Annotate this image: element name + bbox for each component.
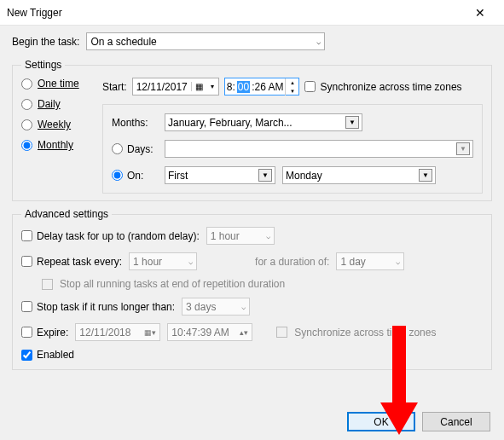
months-value: January, February, March... bbox=[168, 117, 293, 129]
expire-date-field: 12/11/2018▦▾ bbox=[75, 323, 160, 341]
begin-task-value: On a schedule bbox=[90, 36, 156, 48]
start-time-field[interactable]: 8:00:26 AM ▲▼ bbox=[224, 78, 300, 96]
repeat-combo: 1 hour⌵ bbox=[129, 252, 197, 270]
days-dropdown: ▼ bbox=[165, 140, 473, 158]
on-week-value: First bbox=[168, 170, 188, 182]
stop-long-combo: 3 days⌵ bbox=[182, 298, 250, 316]
stop-rep-label: Stop all running tasks at end of repetit… bbox=[60, 278, 285, 290]
start-label: Start: bbox=[102, 81, 127, 93]
schedule-radios: One time Daily Weekly Monthly bbox=[21, 78, 102, 194]
title-bar: New Trigger ✕ bbox=[0, 0, 504, 26]
chevron-down-icon: ▼ bbox=[456, 142, 470, 155]
expire-sync-checkbox bbox=[276, 327, 287, 338]
calendar-icon: ▦▾ bbox=[144, 328, 156, 337]
radio-monthly[interactable]: Monthly bbox=[21, 139, 102, 151]
expire-checkbox[interactable]: Expire: bbox=[21, 327, 68, 339]
chevron-down-icon: ▼ bbox=[345, 116, 359, 129]
ok-button[interactable]: OK bbox=[347, 412, 415, 431]
chevron-down-icon: ⌵ bbox=[266, 232, 270, 240]
start-row: Start: 12/11/2017 ▦ ▾ 8:00:26 AM ▲▼ Sync… bbox=[102, 78, 483, 96]
expire-time-field: 10:47:39 AM▴▾ bbox=[167, 323, 252, 341]
begin-task-combo[interactable]: On a schedule ⌵ bbox=[86, 32, 325, 50]
begin-task-row: Begin the task: On a schedule ⌵ bbox=[12, 32, 492, 50]
radio-weekly[interactable]: Weekly bbox=[21, 119, 102, 130]
chevron-down-icon: ▼ bbox=[258, 169, 272, 182]
start-date-field[interactable]: 12/11/2017 ▦ ▾ bbox=[132, 78, 219, 96]
on-day-value: Monday bbox=[286, 170, 322, 182]
advanced-legend: Advanced settings bbox=[21, 208, 112, 220]
monthly-box: Months: January, February, March... ▼ Da… bbox=[102, 104, 483, 194]
settings-legend: Settings bbox=[21, 59, 65, 71]
settings-fieldset: Settings One time Daily Weekly Monthly S… bbox=[12, 59, 492, 201]
sync-checkbox[interactable]: Synchronize across time zones bbox=[304, 81, 461, 93]
start-date-value: 12/11/2017 bbox=[133, 81, 191, 93]
chevron-down-icon: ⌵ bbox=[188, 258, 193, 266]
calendar-icon: ▦ bbox=[191, 82, 206, 91]
radio-onetime[interactable]: One time bbox=[21, 78, 102, 90]
close-icon[interactable]: ✕ bbox=[463, 6, 497, 20]
begin-task-label: Begin the task: bbox=[12, 36, 79, 48]
chevron-down-icon: ⌵ bbox=[316, 38, 321, 46]
dialog-content: Begin the task: On a schedule ⌵ Settings… bbox=[0, 26, 504, 440]
footer-buttons: OK Cancel bbox=[347, 412, 490, 431]
chevron-down-icon: ▼ bbox=[419, 169, 432, 182]
delay-checkbox[interactable]: Delay task for up to (random delay): bbox=[21, 230, 200, 242]
on-day-dropdown[interactable]: Monday ▼ bbox=[282, 166, 436, 184]
months-dropdown[interactable]: January, February, March... ▼ bbox=[165, 113, 362, 131]
chevron-down-icon: ▾ bbox=[206, 83, 218, 90]
cancel-button[interactable]: Cancel bbox=[422, 412, 490, 431]
chevron-down-icon: ⌵ bbox=[241, 303, 246, 311]
window-title: New Trigger bbox=[7, 7, 463, 19]
spinner-icon: ▴▾ bbox=[240, 328, 248, 337]
chevron-down-icon: ⌵ bbox=[396, 258, 400, 266]
spinner-icon[interactable]: ▲▼ bbox=[285, 78, 298, 96]
advanced-fieldset: Advanced settings Delay task for up to (… bbox=[12, 208, 492, 370]
radio-daily[interactable]: Daily bbox=[21, 98, 102, 110]
stop-rep-checkbox bbox=[42, 279, 53, 290]
expire-sync-label: Synchronize across time zones bbox=[294, 327, 436, 339]
radio-on[interactable]: On: bbox=[112, 170, 158, 182]
repeat-checkbox[interactable]: Repeat task every: bbox=[21, 256, 122, 268]
months-label: Months: bbox=[112, 117, 158, 129]
stop-long-checkbox[interactable]: Stop task if it runs longer than: bbox=[21, 301, 175, 313]
duration-label: for a duration of: bbox=[255, 256, 329, 268]
on-week-dropdown[interactable]: First ▼ bbox=[165, 166, 275, 184]
enabled-checkbox[interactable]: Enabled bbox=[21, 349, 74, 361]
radio-days[interactable]: Days: bbox=[112, 143, 158, 155]
delay-combo: 1 hour⌵ bbox=[206, 227, 275, 245]
duration-combo: 1 day⌵ bbox=[336, 252, 404, 270]
